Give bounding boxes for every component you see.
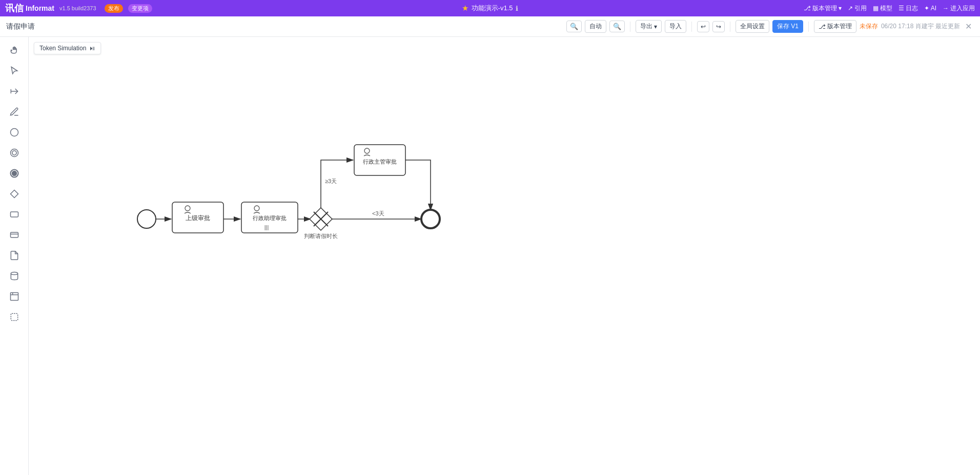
redo-button[interactable]: ↪ bbox=[712, 21, 725, 32]
chevron-down-icon: ▾ bbox=[839, 5, 842, 12]
zoom-out-button[interactable]: 🔍 bbox=[566, 21, 582, 32]
reference-label: 引用 bbox=[854, 4, 867, 13]
ai-icon: ✦ bbox=[924, 5, 929, 12]
hand-tool[interactable] bbox=[5, 41, 24, 60]
svg-point-22 bbox=[254, 206, 259, 211]
info-icon: ℹ bbox=[516, 5, 518, 12]
cylinder-tool[interactable] bbox=[5, 267, 24, 285]
star-icon: ★ bbox=[462, 4, 468, 13]
version-mgr-icon: ⎇ bbox=[804, 5, 811, 12]
sep2 bbox=[691, 22, 692, 32]
svg-text:<3天: <3天 bbox=[372, 210, 384, 216]
version-mgr-label: 版本管理 bbox=[812, 4, 837, 13]
enter-app-nav[interactable]: → 进入应用 bbox=[943, 4, 975, 13]
auto-label: 自动 bbox=[589, 22, 602, 31]
log-label: 日志 bbox=[906, 4, 918, 13]
ai-label: AI bbox=[931, 5, 936, 12]
svg-rect-15 bbox=[11, 313, 17, 320]
unsaved-label: 未保存 bbox=[860, 22, 878, 31]
model-label: 模型 bbox=[880, 4, 892, 13]
note-tool[interactable] bbox=[5, 246, 24, 265]
save-v1-label: 保存 V1 bbox=[777, 22, 799, 31]
logo-text: Informat bbox=[26, 4, 54, 12]
zoom-in-button[interactable]: 🔍 bbox=[609, 21, 625, 32]
svg-text:行政主管审批: 行政主管审批 bbox=[363, 159, 397, 165]
svg-text:行政助理审批: 行政助理审批 bbox=[253, 215, 287, 221]
task-admin-assistant-approval bbox=[241, 202, 298, 233]
svg-point-2 bbox=[10, 129, 18, 136]
logo-icon: 讯信 bbox=[5, 2, 24, 14]
end-event-tool[interactable] bbox=[5, 164, 24, 183]
svg-marker-7 bbox=[10, 190, 18, 198]
redo-icon: ↪ bbox=[716, 23, 721, 30]
svg-text:|||: ||| bbox=[264, 224, 269, 230]
reference-icon: ↗ bbox=[848, 5, 853, 12]
frame-tool[interactable] bbox=[5, 287, 24, 306]
save-v1-button[interactable]: 保存 V1 bbox=[772, 20, 803, 33]
auto-button[interactable]: 自动 bbox=[585, 20, 606, 33]
canvas-area[interactable]: Token Simulation ⏯ 上级审批 bbox=[29, 37, 980, 475]
svg-text:≥3天: ≥3天 bbox=[325, 178, 337, 184]
end-event bbox=[421, 210, 440, 228]
svg-point-3 bbox=[10, 149, 18, 157]
circle-tool[interactable] bbox=[5, 123, 24, 142]
export-label: 导出 bbox=[640, 22, 652, 31]
token-simulation-badge[interactable]: Token Simulation ⏯ bbox=[34, 42, 101, 54]
diamond-tool[interactable] bbox=[5, 185, 24, 203]
db-rect-tool[interactable] bbox=[5, 226, 24, 244]
log-nav[interactable]: ☰ 日志 bbox=[899, 4, 918, 13]
start-event bbox=[137, 210, 156, 228]
svg-point-30 bbox=[364, 148, 370, 153]
undo-button[interactable]: ↩ bbox=[697, 21, 709, 32]
publish-badge[interactable]: 发布 bbox=[105, 4, 123, 13]
version-mgr-nav[interactable]: ⎇ 版本管理 ▾ bbox=[804, 4, 842, 13]
token-sim-icon: ⏯ bbox=[89, 45, 95, 52]
version-mgr-button[interactable]: ⎇ 版本管理 bbox=[814, 20, 856, 33]
logo: 讯信 Informat bbox=[5, 2, 54, 14]
pen-tool[interactable] bbox=[5, 103, 24, 121]
cursor-tool[interactable] bbox=[5, 62, 24, 80]
svg-rect-9 bbox=[10, 232, 18, 237]
import-label: 导入 bbox=[669, 22, 682, 31]
svg-point-6 bbox=[12, 171, 16, 175]
sep3 bbox=[730, 22, 730, 32]
svg-point-19 bbox=[185, 206, 190, 211]
task-admin-supervisor-approval bbox=[354, 145, 405, 175]
version-mgr-toolbar-label: 版本管理 bbox=[827, 22, 852, 31]
center-title: 功能演示-v1.5 bbox=[472, 4, 513, 13]
page-title: 请假申请 bbox=[6, 22, 35, 31]
connect-tool[interactable] bbox=[5, 82, 24, 101]
model-icon: ▦ bbox=[873, 5, 879, 12]
version-mgr-toolbar-icon: ⎇ bbox=[819, 23, 826, 30]
ai-nav[interactable]: ✦ AI bbox=[924, 5, 936, 12]
global-settings-button[interactable]: 全局设置 bbox=[736, 20, 769, 33]
main-area: Token Simulation ⏯ 上级审批 bbox=[0, 37, 980, 475]
ring-tool[interactable] bbox=[5, 144, 24, 162]
svg-point-4 bbox=[12, 151, 16, 155]
top-navbar: 讯信 Informat v1.5 build2373 发布 变更项 ★ 功能演示… bbox=[0, 0, 980, 16]
undo-icon: ↩ bbox=[701, 23, 706, 30]
svg-line-26 bbox=[314, 212, 328, 226]
sep1 bbox=[630, 22, 630, 32]
toolbar: 请假申请 🔍 自动 🔍 导出 ▾ 导入 ↩ ↪ 全局设置 保存 V1 ⎇ 版本管… bbox=[0, 16, 980, 37]
nav-right: ⎇ 版本管理 ▾ ↗ 引用 ▦ 模型 ☰ 日志 ✦ AI → 进入应用 bbox=[804, 4, 975, 13]
nav-center: ★ 功能演示-v1.5 ℹ bbox=[462, 4, 519, 13]
svg-line-27 bbox=[314, 212, 328, 226]
rect-tool[interactable] bbox=[5, 205, 24, 224]
change-badge[interactable]: 变更项 bbox=[128, 4, 152, 13]
model-nav[interactable]: ▦ 模型 bbox=[873, 4, 892, 13]
svg-text:判断请假时长: 判断请假时长 bbox=[304, 233, 338, 239]
svg-point-11 bbox=[11, 272, 17, 275]
lasso-tool[interactable] bbox=[5, 308, 24, 326]
bpmn-diagram: 上级审批 行政助理审批 ||| 判断请假时长 ≥3天 bbox=[29, 37, 980, 475]
close-button[interactable]: ✕ bbox=[963, 22, 974, 31]
global-settings-label: 全局设置 bbox=[740, 22, 765, 31]
gateway-duration bbox=[310, 208, 332, 230]
zoom-out-icon: 🔍 bbox=[570, 23, 578, 30]
import-button[interactable]: 导入 bbox=[665, 20, 686, 33]
reference-nav[interactable]: ↗ 引用 bbox=[848, 4, 867, 13]
svg-rect-12 bbox=[10, 293, 18, 301]
export-button[interactable]: 导出 ▾ bbox=[636, 20, 662, 33]
enter-app-label: 进入应用 bbox=[950, 4, 975, 13]
enter-app-icon: → bbox=[943, 5, 949, 12]
